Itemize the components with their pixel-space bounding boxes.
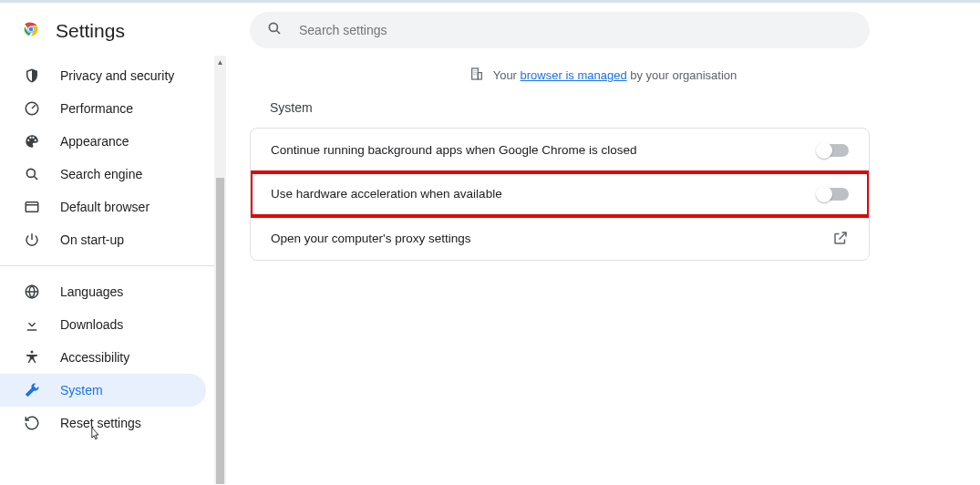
svg-point-8 [269,23,277,31]
sidebar-item-system[interactable]: System [0,374,206,407]
browser-icon [24,199,40,215]
globe-icon [24,284,40,300]
sidebar-item-languages[interactable]: Languages [0,275,206,308]
sidebar-item-label: Downloads [60,317,123,332]
search-bar[interactable] [250,12,870,48]
brand: Settings [0,14,226,59]
sidebar-item-search-engine[interactable]: Search engine [0,158,206,191]
reset-icon [24,415,40,431]
page-title: Settings [56,20,125,42]
row-hardware-acceleration[interactable]: Use hardware acceleration when available [251,172,869,216]
sidebar-item-label: System [60,383,103,397]
toggle-hardware-acceleration[interactable] [818,188,849,201]
sidebar-item-label: Reset settings [60,416,141,430]
sidebar-item-performance[interactable]: Performance [0,92,206,125]
sidebar-item-accessibility[interactable]: Accessibility [0,341,206,374]
row-background-apps[interactable]: Continue running background apps when Go… [251,129,869,172]
managed-notice: Your browser is managed by your organisa… [250,48,956,93]
section-title: System [250,93,956,128]
row-label: Use hardware acceleration when available [271,187,502,201]
sidebar-item-privacy[interactable]: Privacy and security [0,59,206,92]
svg-rect-10 [478,73,481,79]
managed-link[interactable]: browser is managed [521,68,627,82]
sidebar-item-reset[interactable]: Reset settings [0,407,206,439]
search-input[interactable] [299,23,853,37]
sidebar-item-label: Performance [60,101,133,116]
scrollbar-thumb[interactable] [216,178,224,484]
svg-point-7 [31,351,34,354]
sidebar-item-downloads[interactable]: Downloads [0,308,206,341]
scroll-up-icon[interactable]: ▲ [214,56,226,68]
building-icon [469,67,484,84]
sidebar-item-label: On start-up [60,232,124,247]
power-icon [24,232,40,248]
shield-icon [24,67,40,84]
sidebar-item-label: Languages [60,284,123,299]
sidebar-item-label: Accessibility [60,350,129,365]
sidebar-item-label: Default browser [60,200,150,214]
sidebar-item-label: Privacy and security [60,68,174,83]
search-icon [266,20,283,40]
sidebar-item-appearance[interactable]: Appearance [0,125,206,158]
sidebar-item-startup[interactable]: On start-up [0,223,206,256]
row-label: Continue running background apps when Go… [271,143,637,157]
search-icon [24,166,40,182]
svg-rect-9 [471,68,478,79]
managed-text: Your browser is managed by your organisa… [493,68,738,82]
sidebar-item-label: Search engine [60,167,142,181]
main: Your browser is managed by your organisa… [226,3,980,485]
system-card: Continue running background apps when Go… [250,128,870,261]
scrollbar[interactable]: ▲ [214,56,226,484]
sidebar-item-label: Appearance [60,134,129,149]
chrome-logo-icon [21,19,41,43]
sidebar-item-default-browser[interactable]: Default browser [0,191,206,223]
speedometer-icon [24,100,40,117]
wrench-icon [24,382,40,398]
divider [0,265,226,266]
row-label: Open your computer's proxy settings [271,232,470,245]
sidebar: Settings Privacy and security Performanc… [0,3,226,485]
svg-rect-5 [26,202,38,212]
download-icon [24,316,40,333]
toggle-background-apps[interactable] [818,144,849,157]
external-link-icon [832,230,849,246]
row-proxy-settings[interactable]: Open your computer's proxy settings [251,216,869,260]
svg-point-4 [26,169,35,177]
accessibility-icon [24,349,40,366]
palette-icon [24,133,40,150]
